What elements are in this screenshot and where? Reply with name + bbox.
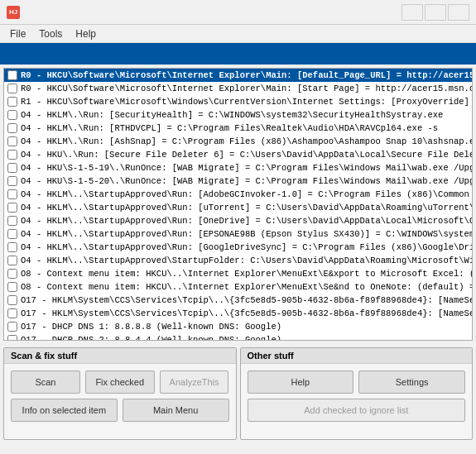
other-row2: Add checked to ignore list [248, 399, 466, 422]
list-item[interactable]: O17 - HKLM\System\CCS\Services\Tcpip\..\… [4, 307, 472, 320]
list-item[interactable]: O4 - HKU\S-1-5-19\.\RunOnce: [WAB Migrat… [4, 161, 472, 174]
list-item-checkbox[interactable] [7, 176, 17, 186]
settings-button[interactable]: Settings [358, 370, 465, 394]
menu-file[interactable]: File [3, 26, 32, 41]
scan-fix-panel-content: Scan Fix checked AnalyzeThis Info on sel… [4, 364, 236, 428]
list-item-checkbox[interactable] [7, 203, 17, 213]
list-item-checkbox[interactable] [7, 70, 17, 80]
title-bar-left: HJ [7, 6, 25, 19]
list-item[interactable]: O17 - DHCP DNS 1: 8.8.8.8 (Well-known DN… [4, 320, 472, 333]
list-item[interactable]: O17 - HKLM\System\CCS\Services\Tcpip\..\… [4, 294, 472, 307]
list-item-checkbox[interactable] [7, 282, 17, 292]
fix-checked-button[interactable]: Fix checked [85, 370, 155, 394]
menu-help[interactable]: Help [69, 26, 103, 41]
minimize-button[interactable] [401, 4, 423, 21]
list-item[interactable]: R0 - HKCU\Software\Microsoft\Internet Ex… [4, 69, 472, 82]
list-item[interactable]: O4 - HKLM\.\Run: [RTHDVCPL] = C:\Program… [4, 122, 472, 135]
list-item-text: O4 - HKLM\..\StartupApproved\Run: [Googl… [21, 242, 473, 252]
scan-button[interactable]: Scan [11, 370, 80, 394]
list-item[interactable]: O17 - DHCP DNS 2: 8.8.4.4 (Well-known DN… [4, 333, 472, 341]
bottom-panels: Scan & fix stuff Scan Fix checked Analyz… [0, 344, 476, 443]
list-item-text: R0 - HKCU\Software\Microsoft\Internet Ex… [21, 84, 473, 93]
list-item-text: O4 - HKLM\..\StartupApproved\Run: [Adobe… [21, 189, 473, 199]
list-item-text: O17 - DHCP DNS 1: 8.8.8.8 (Well-known DN… [21, 322, 281, 332]
scan-fix-row2: Info on selected item Main Menu [11, 399, 229, 422]
scan-fix-row1: Scan Fix checked AnalyzeThis [11, 370, 229, 394]
list-item-text: O4 - HKU\.\Run: [Secure File Deleter 6] … [21, 150, 473, 160]
list-item-text: O4 - HKLM\..\StartupApproved\StartupFold… [21, 256, 473, 265]
list-item-text: O8 - Context menu item: HKCU\..\Internet… [21, 269, 473, 279]
list-item-text: O4 - HKLM\..\StartupApproved\Run: [OneDr… [21, 216, 473, 226]
list-item-checkbox[interactable] [7, 256, 17, 265]
list-item[interactable]: O4 - HKLM\.\Run: [SecurityHealth] = C:\W… [4, 108, 472, 122]
other-row1: Help Settings [248, 370, 466, 394]
list-item-checkbox[interactable] [7, 136, 17, 146]
list-item[interactable]: O4 - HKLM\..\StartupApproved\StartupFold… [4, 254, 472, 267]
list-item-checkbox[interactable] [7, 269, 17, 279]
list-item-text: R1 - HKCU\Software\Microsoft\Windows\Cur… [21, 97, 473, 107]
list-item[interactable]: O4 - HKLM\.\Run: [AshSnap] = C:\Program … [4, 135, 472, 148]
list-item-checkbox[interactable] [7, 123, 17, 133]
scan-fix-panel: Scan & fix stuff Scan Fix checked Analyz… [3, 347, 237, 440]
list-item-checkbox[interactable] [7, 84, 17, 93]
list-item-text: O17 - HKLM\System\CCS\Services\Tcpip\..\… [21, 295, 473, 305]
status-header [0, 43, 476, 65]
app-icon: HJ [7, 6, 20, 19]
list-item[interactable]: O4 - HKU\.\Run: [Secure File Deleter 6] … [4, 148, 472, 161]
list-item-checkbox[interactable] [7, 216, 17, 226]
list-item-text: O8 - Context menu item: HKCU\..\Internet… [21, 282, 473, 292]
analyze-button[interactable]: AnalyzeThis [160, 370, 229, 394]
list-item-checkbox[interactable] [7, 150, 17, 160]
list-item[interactable]: O4 - HKLM\..\StartupApproved\Run: [uTorr… [4, 201, 472, 214]
list-item-text: O4 - HKLM\..\StartupApproved\Run: [EPSON… [21, 229, 473, 239]
list-item-text: O4 - HKLM\.\Run: [SecurityHealth] = C:\W… [21, 110, 443, 120]
title-bar: HJ [0, 0, 476, 25]
menu-tools[interactable]: Tools [32, 26, 69, 41]
list-item[interactable]: O4 - HKU\S-1-5-20\.\RunOnce: [WAB Migrat… [4, 174, 472, 188]
list-item-text: O4 - HKU\S-1-5-20\.\RunOnce: [WAB Migrat… [21, 176, 473, 186]
list-item[interactable]: O4 - HKLM\..\StartupApproved\Run: [OneDr… [4, 214, 472, 227]
other-stuff-panel-title: Other stuff [241, 348, 473, 364]
list-item[interactable]: O4 - HKLM\..\StartupApproved\Run: [EPSON… [4, 227, 472, 241]
list-item-text: O17 - DHCP DNS 2: 8.8.4.4 (Well-known DN… [21, 335, 281, 341]
list-item[interactable]: R1 - HKCU\Software\Microsoft\Windows\Cur… [4, 95, 472, 108]
list-item[interactable]: O4 - HKLM\..\StartupApproved\Run: [Adobe… [4, 188, 472, 201]
list-item-text: O4 - HKLM\..\StartupApproved\Run: [uTorr… [21, 203, 473, 213]
list-item[interactable]: O8 - Context menu item: HKCU\..\Internet… [4, 267, 472, 280]
main-menu-button[interactable]: Main Menu [123, 399, 229, 422]
list-item-checkbox[interactable] [7, 335, 17, 341]
list-item-checkbox[interactable] [7, 295, 17, 305]
list-item-checkbox[interactable] [7, 242, 17, 252]
close-button[interactable] [448, 4, 469, 21]
scan-results-list[interactable]: R0 - HKCU\Software\Microsoft\Internet Ex… [3, 68, 473, 341]
list-item-text: R0 - HKCU\Software\Microsoft\Internet Ex… [21, 70, 473, 80]
add-ignore-button[interactable]: Add checked to ignore list [248, 399, 466, 422]
other-stuff-panel-content: Help Settings Add checked to ignore list [241, 364, 473, 428]
maximize-button[interactable] [425, 4, 446, 21]
list-item-checkbox[interactable] [7, 189, 17, 199]
list-item-text: O17 - HKLM\System\CCS\Services\Tcpip\..\… [21, 308, 473, 318]
list-item-text: O4 - HKU\S-1-5-19\.\RunOnce: [WAB Migrat… [21, 163, 473, 173]
list-item-checkbox[interactable] [7, 163, 17, 173]
other-stuff-panel: Other stuff Help Settings Add checked to… [240, 347, 474, 440]
menu-bar: File Tools Help [0, 25, 476, 43]
list-item-checkbox[interactable] [7, 229, 17, 239]
scan-fix-panel-title: Scan & fix stuff [4, 348, 236, 364]
list-item[interactable]: R0 - HKCU\Software\Microsoft\Internet Ex… [4, 82, 472, 95]
list-item-text: O4 - HKLM\.\Run: [RTHDVCPL] = C:\Program… [21, 123, 438, 133]
window-controls [401, 4, 469, 21]
list-item[interactable]: O4 - HKLM\..\StartupApproved\Run: [Googl… [4, 241, 472, 254]
help-button[interactable]: Help [248, 370, 354, 394]
list-item-checkbox[interactable] [7, 110, 17, 120]
info-button[interactable]: Info on selected item [11, 399, 118, 422]
list-item-checkbox[interactable] [7, 97, 17, 107]
list-item[interactable]: O8 - Context menu item: HKCU\..\Internet… [4, 280, 472, 294]
list-item-checkbox[interactable] [7, 322, 17, 332]
list-item-text: O4 - HKLM\.\Run: [AshSnap] = C:\Program … [21, 136, 473, 146]
list-item-checkbox[interactable] [7, 308, 17, 318]
